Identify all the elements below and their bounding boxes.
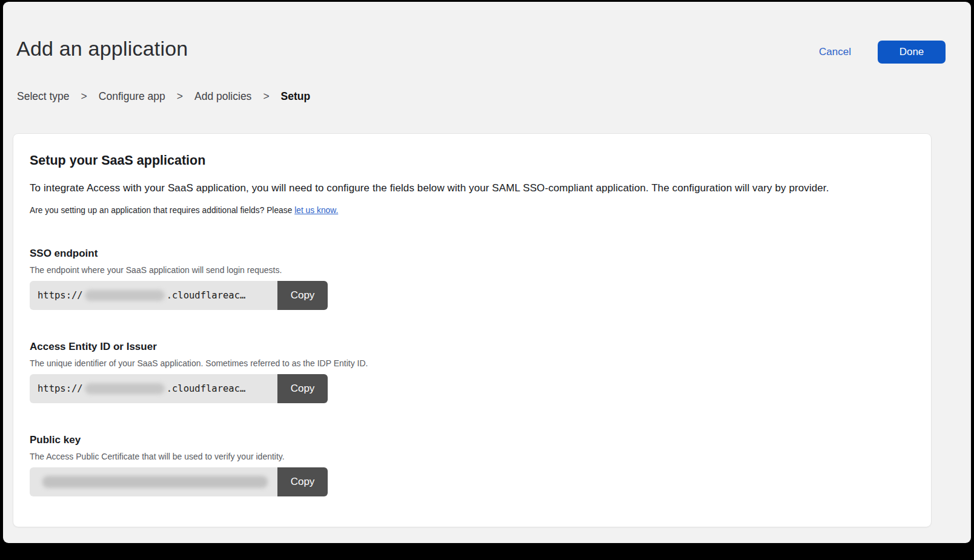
field-sso-endpoint: SSO endpoint The endpoint where your Saa…	[30, 248, 914, 310]
value-suffix: .cloudflareac…	[167, 290, 246, 301]
value-prefix: https://	[38, 383, 83, 394]
card-note: Are you setting up an application that r…	[30, 206, 914, 215]
redacted-value	[85, 290, 165, 301]
done-button[interactable]: Done	[878, 41, 946, 64]
redacted-value	[85, 383, 165, 394]
setup-card: Setup your SaaS application To integrate…	[13, 133, 932, 527]
field-label: Access Entity ID or Issuer	[30, 341, 914, 353]
app-window: Add an application Cancel Done Select ty…	[3, 2, 971, 543]
breadcrumb-step-select-type[interactable]: Select type	[17, 90, 70, 103]
field-description: The Access Public Certificate that will …	[30, 452, 914, 461]
breadcrumb-separator: >	[81, 90, 87, 103]
sso-endpoint-value-row: https://.cloudflareac… Copy	[30, 281, 328, 310]
field-label: Public key	[30, 434, 914, 446]
card-intro-text: To integrate Access with your SaaS appli…	[30, 182, 914, 194]
breadcrumb-step-add-policies[interactable]: Add policies	[194, 90, 251, 103]
breadcrumb-separator: >	[263, 90, 269, 103]
public-key-value-row: Copy	[30, 467, 328, 496]
access-entity-id-copy-button[interactable]: Copy	[277, 374, 328, 403]
header-actions: Cancel Done	[819, 41, 946, 64]
public-key-value	[30, 467, 277, 496]
card-note-text: Are you setting up an application that r…	[30, 206, 294, 215]
value-suffix: .cloudflareac…	[167, 383, 246, 394]
public-key-copy-button[interactable]: Copy	[277, 467, 328, 496]
sso-endpoint-copy-button[interactable]: Copy	[277, 281, 328, 310]
field-access-entity-id: Access Entity ID or Issuer The unique id…	[30, 341, 914, 403]
page-header: Add an application Cancel Done	[3, 2, 971, 64]
breadcrumb: Select type > Configure app > Add polici…	[17, 90, 971, 103]
cancel-button[interactable]: Cancel	[819, 46, 851, 58]
breadcrumb-step-setup[interactable]: Setup	[281, 90, 311, 103]
access-entity-id-value: https://.cloudflareac…	[30, 374, 277, 403]
access-entity-id-value-row: https://.cloudflareac… Copy	[30, 374, 328, 403]
breadcrumb-step-configure-app[interactable]: Configure app	[99, 90, 165, 103]
redacted-value	[42, 476, 268, 488]
let-us-know-link[interactable]: let us know.	[294, 206, 338, 215]
value-prefix: https://	[38, 290, 83, 301]
page-title: Add an application	[16, 37, 188, 61]
sso-endpoint-value: https://.cloudflareac…	[30, 281, 277, 310]
card-heading: Setup your SaaS application	[30, 153, 914, 168]
field-public-key: Public key The Access Public Certificate…	[30, 434, 914, 496]
field-description: The unique identifier of your SaaS appli…	[30, 358, 914, 368]
field-description: The endpoint where your SaaS application…	[30, 265, 914, 275]
field-label: SSO endpoint	[30, 248, 914, 260]
breadcrumb-separator: >	[177, 90, 183, 103]
